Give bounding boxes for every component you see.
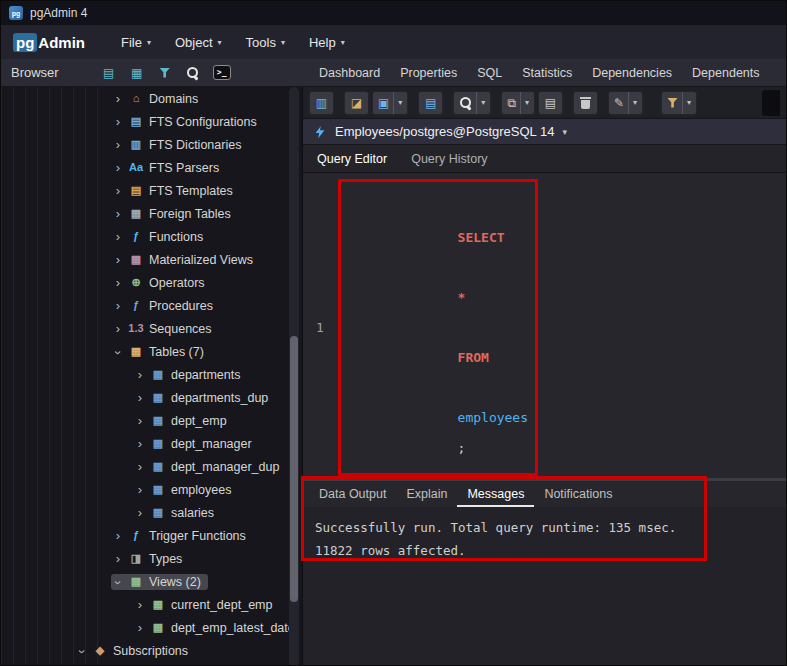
tab-data-output[interactable]: Data Output xyxy=(309,481,396,507)
tab-explain[interactable]: Explain xyxy=(396,481,457,507)
browser-panel-header: Browser ▤ ▦ xyxy=(1,59,303,86)
dropdown-caret-icon[interactable]: ▾ xyxy=(476,92,485,114)
dropdown-caret-icon[interactable]: ▾ xyxy=(520,92,529,114)
tab-sql[interactable]: SQL xyxy=(467,61,512,85)
menu-object[interactable]: Object ▾ xyxy=(165,29,232,56)
chevron-icon[interactable]: › xyxy=(113,184,123,197)
tree-item-fts-configurations[interactable]: › ▤ FTS Configurations xyxy=(1,110,302,133)
chevron-icon[interactable]: › xyxy=(135,368,145,381)
tree-item-materialized-views[interactable]: › ▦ Materialized Views xyxy=(1,248,302,271)
edit-icon[interactable]: ✎ ▾ xyxy=(608,91,643,115)
chevron-icon[interactable]: › xyxy=(135,414,145,427)
tab-statistics[interactable]: Statistics xyxy=(512,61,582,85)
chevron-icon[interactable]: › xyxy=(113,253,123,266)
chevron-icon[interactable]: › xyxy=(113,299,123,312)
console-icon[interactable]: >_ xyxy=(213,64,231,82)
chevron-icon[interactable]: › xyxy=(112,578,125,588)
chevron-icon[interactable]: › xyxy=(113,138,123,151)
filter-icon[interactable] xyxy=(157,64,173,82)
chevron-icon[interactable]: › xyxy=(135,621,145,634)
open-file-icon[interactable]: ◪ xyxy=(344,91,369,115)
chevron-icon[interactable]: › xyxy=(113,529,123,542)
connection-bar[interactable]: Employees/postgres@PostgreSQL 14 ▾ xyxy=(303,119,786,145)
pgadmin-app-icon: pg xyxy=(9,6,23,20)
tab-dashboard[interactable]: Dashboard xyxy=(309,61,390,85)
chevron-icon[interactable]: › xyxy=(113,161,123,174)
query-editor[interactable]: 1 SELECT * FROM xyxy=(303,173,786,478)
tab-dependents[interactable]: Dependents xyxy=(682,61,769,85)
tree-item-functions[interactable]: › ƒ Functions xyxy=(1,225,302,248)
tree-item-icon: Aa xyxy=(128,162,144,173)
tree-item-dept-emp[interactable]: › ▦ dept_emp xyxy=(1,409,302,432)
tree-item-employees[interactable]: › ▦ employees xyxy=(1,478,302,501)
tree-item-procedures[interactable]: › ƒ Procedures xyxy=(1,294,302,317)
tree-item-icon: ƒ xyxy=(128,231,144,242)
menubar: pg Admin File ▾ Object ▾ Tools ▾ xyxy=(1,25,786,59)
chevron-icon[interactable]: › xyxy=(113,230,123,243)
chevron-icon[interactable]: › xyxy=(135,391,145,404)
tree-item-views[interactable]: › ▦ Views (2) xyxy=(1,570,302,593)
chevron-icon[interactable]: › xyxy=(76,647,89,657)
chevron-icon[interactable]: › xyxy=(113,115,123,128)
chevron-icon[interactable]: › xyxy=(113,276,123,289)
tab-dependencies[interactable]: Dependencies xyxy=(582,61,682,85)
tree-item-foreign-tables[interactable]: › ▦ Foreign Tables xyxy=(1,202,302,225)
tree-item-fts-templates[interactable]: › ▤ FTS Templates xyxy=(1,179,302,202)
menu-file[interactable]: File ▾ xyxy=(111,29,161,56)
tree-item-dept-emp-latest-date[interactable]: › ▦ dept_emp_latest_date xyxy=(1,616,302,639)
menu-help[interactable]: Help ▾ xyxy=(299,29,355,56)
find-icon[interactable]: ▾ xyxy=(453,91,491,115)
servers-icon[interactable]: ▤ xyxy=(101,64,117,82)
chevron-icon[interactable]: › xyxy=(135,437,145,450)
filter-icon[interactable]: ▾ xyxy=(661,91,697,115)
paste-icon[interactable]: ▤ xyxy=(538,91,563,115)
chevron-icon[interactable]: › xyxy=(113,322,123,335)
tree-item-types[interactable]: › ◨ Types xyxy=(1,547,302,570)
tree-item-tables[interactable]: › ▦ Tables (7) xyxy=(1,340,302,363)
dropdown-caret-icon[interactable]: ▾ xyxy=(393,92,402,114)
toolbar-overflow-button[interactable] xyxy=(762,90,780,116)
save-data-icon[interactable]: ▤ xyxy=(418,91,443,115)
chevron-down-icon[interactable]: ▾ xyxy=(562,127,567,137)
tree-item-departments[interactable]: › ▦ departments xyxy=(1,363,302,386)
dropdown-caret-icon[interactable]: ▾ xyxy=(682,92,691,114)
tree-item-dept-manager[interactable]: › ▦ dept_manager xyxy=(1,432,302,455)
tree-scrollbar-thumb[interactable] xyxy=(290,336,298,602)
tree-item-departments-dup[interactable]: › ▦ departments_dup xyxy=(1,386,302,409)
chevron-icon[interactable]: › xyxy=(135,506,145,519)
tree-item-fts-parsers[interactable]: › Aa FTS Parsers xyxy=(1,156,302,179)
tree-item-salaries[interactable]: › ▦ salaries xyxy=(1,501,302,524)
tab-properties[interactable]: Properties xyxy=(390,61,467,85)
tree-item-trigger-functions[interactable]: › ƒ Trigger Functions xyxy=(1,524,302,547)
chevron-icon[interactable]: › xyxy=(135,598,145,611)
tab-notifications[interactable]: Notifications xyxy=(534,481,622,507)
delete-icon[interactable] xyxy=(573,91,598,115)
tab-query-history[interactable]: Query History xyxy=(399,146,499,172)
chevron-down-icon: ▾ xyxy=(218,38,222,47)
chevron-icon[interactable]: › xyxy=(113,92,123,105)
copy-icon[interactable]: ⧉ ▾ xyxy=(501,91,535,115)
tree-item-fts-dictionaries[interactable]: › ▥ FTS Dictionaries xyxy=(1,133,302,156)
tree-item-label: Subscriptions xyxy=(113,644,188,658)
tree-item-dept-manager-dup[interactable]: › ▦ dept_manager_dup xyxy=(1,455,302,478)
menu-tools[interactable]: Tools ▾ xyxy=(236,29,295,56)
tree-item-current-dept-emp[interactable]: › ▦ current_dept_emp xyxy=(1,593,302,616)
tab-messages[interactable]: Messages xyxy=(457,481,534,507)
search-icon[interactable] xyxy=(185,64,201,82)
dropdown-caret-icon[interactable]: ▾ xyxy=(628,92,637,114)
tree-item-domains[interactable]: › ⌂ Domains xyxy=(1,87,302,110)
tree-item-subscriptions[interactable]: › ◆ Subscriptions xyxy=(1,639,302,662)
chevron-icon[interactable]: › xyxy=(113,207,123,220)
chevron-icon[interactable]: › xyxy=(113,552,123,565)
tree-item-sequences[interactable]: › 1.3 Sequences xyxy=(1,317,302,340)
save-icon[interactable]: ▣ ▾ xyxy=(372,91,408,115)
file-icon[interactable]: ▥ xyxy=(309,91,334,115)
tree-item-operators[interactable]: › ⊕ Operators xyxy=(1,271,302,294)
chevron-icon[interactable]: › xyxy=(135,483,145,496)
tab-query-editor[interactable]: Query Editor xyxy=(305,146,399,172)
grid-icon[interactable]: ▦ xyxy=(129,64,145,82)
chevron-icon[interactable]: › xyxy=(135,460,145,473)
tree-scrollbar[interactable] xyxy=(289,87,299,666)
chevron-icon[interactable]: › xyxy=(112,348,125,358)
tree-item-icon: ◆ xyxy=(92,645,108,656)
